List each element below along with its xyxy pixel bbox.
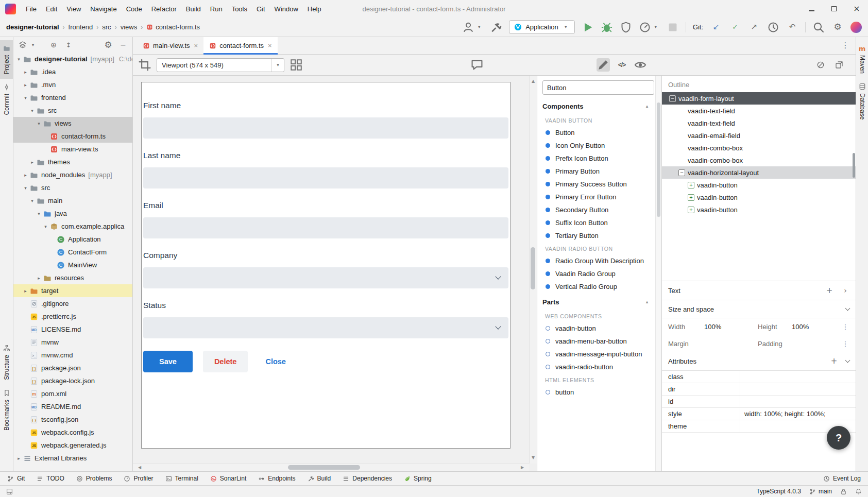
toolwindow-button[interactable]: Terminal — [165, 475, 198, 482]
stop-button[interactable] — [667, 21, 679, 33]
palette-item[interactable]: vaadin-radio-button — [537, 361, 655, 373]
run-configuration-select[interactable]: Application ▾ — [509, 20, 575, 34]
outline-node[interactable]: vaadin-combo-box — [662, 142, 856, 154]
text-section-header[interactable]: Text + › — [662, 281, 856, 300]
toolwindow-button[interactable]: Profiler — [124, 475, 153, 482]
lock-icon[interactable] — [840, 488, 847, 495]
toolwindow-toggle-icon[interactable] — [6, 488, 13, 495]
attribute-value[interactable] — [740, 396, 856, 407]
help-button[interactable]: ? — [827, 426, 850, 450]
tree-toggle-icon[interactable]: ▸ — [36, 276, 42, 281]
project-tree-item[interactable]: ▾ com.example.applica — [13, 220, 132, 233]
tool-stripe-button[interactable]: Bookmarks — [0, 385, 13, 435]
project-tree-item[interactable]: ▸ External Libraries — [13, 452, 132, 465]
scroll-left-icon[interactable]: ◀ — [135, 464, 144, 472]
chevron-right-icon[interactable]: › — [841, 286, 849, 295]
breadcrumb-item[interactable]: views — [121, 23, 138, 31]
notifications-icon[interactable] — [855, 488, 862, 495]
palette-item[interactable]: vaadin-menu-bar-button — [537, 335, 655, 348]
menu-item[interactable]: Refactor — [147, 0, 181, 18]
attribute-value[interactable] — [740, 371, 856, 383]
palette-item[interactable]: Vertical Radio Group — [537, 280, 655, 293]
palette-scroll-thumb[interactable] — [657, 102, 660, 217]
menu-item[interactable]: Run — [206, 0, 227, 18]
project-tree-item[interactable]: ▾ designer-tutorial [myapp] C:\dev\ — [13, 53, 132, 65]
project-tree-item[interactable]: MD README.md — [13, 400, 132, 413]
outline-node[interactable]: + vaadin-button — [662, 179, 856, 191]
preview-mode-button[interactable] — [634, 58, 647, 72]
toolwindow-button[interactable]: SonarLint — [210, 475, 246, 482]
menu-item[interactable]: Navigate — [86, 0, 121, 18]
git-rollback-button[interactable]: ↶ — [786, 21, 798, 33]
tool-stripe-button[interactable]: Database — [856, 78, 868, 124]
project-tree-item[interactable]: { } tsconfig.json — [13, 413, 132, 426]
menu-item[interactable]: Code — [122, 0, 147, 18]
palette-item[interactable]: Button — [537, 126, 655, 139]
outline-toggle-icon[interactable]: − — [678, 169, 685, 176]
toolwindow-button[interactable]: Endpoints — [258, 475, 295, 482]
debug-button[interactable] — [601, 21, 613, 33]
maximize-button[interactable] — [823, 0, 845, 18]
tree-toggle-icon[interactable]: ▾ — [29, 108, 36, 113]
project-tree-item[interactable]: ▾ src — [13, 181, 132, 194]
tree-toggle-icon[interactable]: ▸ — [15, 456, 22, 461]
coverage-button[interactable] — [620, 21, 632, 33]
form-field[interactable]: Status — [143, 300, 508, 338]
field-input[interactable] — [143, 217, 508, 238]
tab-close-icon[interactable]: × — [268, 42, 272, 49]
palette-item[interactable]: Tertiary Button — [537, 229, 655, 242]
edit-mode-button[interactable] — [597, 58, 610, 72]
project-tree-item[interactable]: MD LICENSE.md — [13, 323, 132, 336]
open-in-window-button[interactable] — [835, 61, 843, 69]
typescript-version[interactable]: TypeScript 4.0.3 — [756, 488, 801, 495]
form-button[interactable]: Close — [258, 351, 293, 372]
palette-item[interactable]: vaadin-message-input-button — [537, 348, 655, 361]
project-tree-item[interactable]: C MainView — [13, 259, 132, 271]
tree-toggle-icon[interactable]: ▸ — [22, 173, 29, 178]
scroll-down-icon[interactable]: ▼ — [529, 454, 537, 462]
project-tree-item[interactable]: ▸ .idea — [13, 65, 132, 78]
form-field[interactable]: Last name — [143, 150, 508, 188]
outline-toggle-icon[interactable]: + — [688, 182, 694, 188]
height-value[interactable]: 100% — [792, 323, 841, 331]
toolwindow-button[interactable]: Dependencies — [343, 475, 392, 482]
project-tree-item[interactable]: mvnw — [13, 336, 132, 349]
disable-button[interactable] — [816, 61, 825, 69]
selection-mode-icon[interactable] — [138, 58, 151, 72]
form-button[interactable]: Save — [143, 351, 193, 372]
attributes-section-header[interactable]: Attributes + — [662, 352, 856, 370]
outline-node[interactable]: + vaadin-button — [662, 203, 856, 216]
outline-node[interactable]: vaadin-email-field — [662, 129, 856, 142]
tree-toggle-icon[interactable]: ▸ — [29, 160, 36, 165]
tree-toggle-icon[interactable]: ▾ — [15, 57, 22, 62]
minimize-button[interactable] — [800, 0, 823, 18]
project-tree-item[interactable]: { } package-lock.json — [13, 374, 132, 387]
tree-toggle-icon[interactable]: ▾ — [22, 95, 29, 100]
add-icon[interactable]: + — [825, 286, 833, 295]
project-tree-item[interactable]: ▸ .mvn — [13, 78, 132, 91]
project-tree-item[interactable]: .gitignore — [13, 297, 132, 310]
tool-stripe-button[interactable]: m Maven — [856, 40, 868, 78]
tree-toggle-icon[interactable]: ▾ — [22, 185, 29, 191]
viewport-select[interactable]: Viewport (574 x 549) ▾ — [157, 58, 284, 72]
tree-toggle-icon[interactable]: ▸ — [22, 82, 29, 88]
project-tree-item[interactable]: JS webpack.generated.js — [13, 439, 132, 452]
tree-toggle-icon[interactable]: ▾ — [36, 211, 42, 216]
scroll-right-icon[interactable]: ▶ — [518, 464, 526, 472]
breadcrumb-item[interactable]: contact-form.ts — [146, 23, 200, 31]
project-tree-item[interactable]: >_ mvnw.cmd — [13, 349, 132, 362]
build-project-button[interactable] — [490, 21, 502, 33]
palette-item[interactable]: Prefix Icon Button — [537, 152, 655, 165]
palette-item[interactable]: Suffix Icon Button — [537, 216, 655, 229]
menu-item[interactable]: Tools — [227, 0, 252, 18]
project-tree-item[interactable]: ▾ views — [13, 117, 132, 130]
close-button[interactable]: × — [845, 0, 868, 18]
locate-file-button[interactable]: ⊕ — [49, 41, 58, 49]
editor-tab[interactable]: contact-form.ts × — [203, 37, 278, 54]
palette-item[interactable]: vaadin-button — [537, 322, 655, 335]
avatar[interactable] — [850, 22, 862, 33]
menu-item[interactable]: Build — [181, 0, 206, 18]
field-input[interactable] — [143, 317, 508, 338]
project-tree-item[interactable]: m pom.xml — [13, 387, 132, 400]
project-tree-item[interactable]: main-view.ts — [13, 143, 132, 156]
